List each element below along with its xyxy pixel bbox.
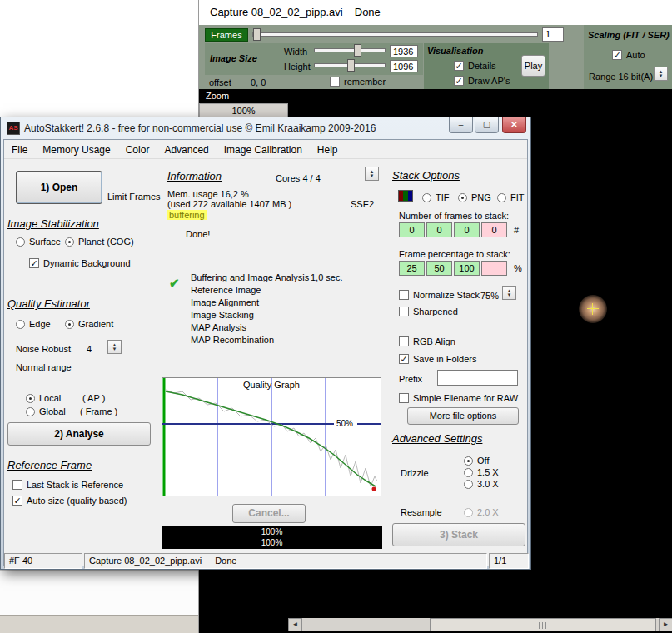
radio-local[interactable]: Local bbox=[26, 392, 61, 404]
radio-drizzle-30-dot[interactable] bbox=[464, 480, 473, 489]
scroll-right-icon[interactable]: ► bbox=[659, 618, 672, 631]
zoom-value-dropdown[interactable]: 100% bbox=[199, 103, 288, 117]
height-slider-thumb[interactable] bbox=[347, 59, 355, 72]
limit-frames-label: Limit Frames bbox=[107, 192, 161, 202]
radio-edge[interactable]: Edge bbox=[16, 318, 51, 330]
radio-surface[interactable]: Surface bbox=[16, 236, 61, 247]
simple-filename-checkbox[interactable]: Simple Filename for RAW bbox=[399, 392, 518, 404]
scaling-label: Scaling (FIT / SER) bbox=[588, 30, 670, 40]
radio-gradient[interactable]: Gradient bbox=[65, 318, 113, 330]
radio-local-dot[interactable] bbox=[26, 394, 35, 403]
scrollbar-thumb[interactable] bbox=[430, 618, 656, 631]
horizontal-scrollbar[interactable]: ◄ ► bbox=[288, 618, 672, 631]
normalize-spinner[interactable]: ▲▼ bbox=[502, 286, 516, 300]
save-folders-checkbox[interactable]: ✓Save in Folders bbox=[399, 353, 476, 365]
menu-memory-usage[interactable]: Memory Usage bbox=[35, 142, 117, 158]
play-button[interactable]: Play bbox=[521, 55, 545, 77]
dynamic-background-checkbox[interactable]: ✓Dynamic Background bbox=[29, 257, 131, 269]
radio-gradient-dot[interactable] bbox=[65, 320, 74, 329]
menu-help[interactable]: Help bbox=[310, 142, 346, 158]
draw-aps-checkbox-box[interactable]: ✓ bbox=[454, 76, 464, 86]
frames-slider-thumb[interactable] bbox=[253, 28, 261, 41]
title-bar[interactable]: AS AutoStakkert! 2.6.8 - free for non-co… bbox=[1, 117, 530, 139]
auto-checkbox[interactable]: ✓ Auto bbox=[612, 49, 645, 61]
radio-surface-dot[interactable] bbox=[16, 237, 25, 247]
details-checkbox-box[interactable]: ✓ bbox=[454, 61, 464, 71]
cores-spinner[interactable]: ▲▼ bbox=[365, 167, 379, 181]
pct-box-4[interactable] bbox=[481, 261, 507, 276]
auto-size-box[interactable]: ✓ bbox=[12, 496, 22, 506]
sharpened-box[interactable] bbox=[399, 307, 409, 316]
height-slider[interactable] bbox=[314, 59, 386, 72]
last-stack-checkbox[interactable]: Last Stack is Reference bbox=[12, 479, 123, 491]
details-checkbox[interactable]: ✓ Details bbox=[454, 60, 496, 72]
menu-color[interactable]: Color bbox=[118, 142, 157, 158]
radio-planet-dot[interactable] bbox=[65, 237, 74, 247]
radio-drizzle-15-dot[interactable] bbox=[464, 468, 473, 477]
width-slider[interactable] bbox=[314, 44, 386, 57]
radio-drizzle-off-dot[interactable] bbox=[464, 456, 473, 466]
radio-tif[interactable]: TIF bbox=[422, 192, 450, 203]
frames-box-3[interactable]: 0 bbox=[454, 222, 480, 237]
radio-global[interactable]: Global bbox=[26, 406, 66, 417]
analyse-button[interactable]: 2) Analyse bbox=[7, 422, 151, 446]
save-folders-box[interactable]: ✓ bbox=[399, 354, 409, 364]
radio-drizzle-15[interactable]: 1.5 X bbox=[464, 466, 499, 478]
scroll-left-icon[interactable]: ◄ bbox=[288, 618, 302, 631]
range-spinner[interactable]: ▲▼ bbox=[654, 67, 668, 81]
details-checkbox-label: Details bbox=[468, 61, 496, 71]
pct-box-2[interactable]: 50 bbox=[426, 261, 452, 276]
menu-advanced[interactable]: Advanced bbox=[157, 142, 216, 158]
radio-tif-dot[interactable] bbox=[422, 193, 431, 202]
close-button[interactable]: ✕ bbox=[502, 117, 526, 133]
auto-size-checkbox[interactable]: ✓Auto size (quality based) bbox=[12, 495, 127, 506]
capture-title: Capture 08_02_02_pipp.avi bbox=[210, 6, 343, 18]
color-mode-icon[interactable] bbox=[398, 190, 413, 202]
radio-png[interactable]: PNG bbox=[458, 192, 491, 203]
menu-image-calibration[interactable]: Image Calibration bbox=[217, 142, 310, 158]
menu-file[interactable]: File bbox=[4, 142, 35, 158]
frames-box-1[interactable]: 0 bbox=[399, 222, 425, 237]
radio-edge-dot[interactable] bbox=[16, 320, 25, 329]
open-button[interactable]: 1) Open bbox=[16, 171, 102, 204]
radio-png-dot[interactable] bbox=[458, 193, 467, 202]
width-slider-thumb[interactable] bbox=[354, 44, 361, 57]
frames-box-2[interactable]: 0 bbox=[426, 222, 452, 237]
radio-global-dot[interactable] bbox=[26, 407, 35, 416]
frames-slider[interactable] bbox=[252, 28, 538, 42]
remember-checkbox-box[interactable] bbox=[330, 77, 340, 87]
normalize-stack-box[interactable] bbox=[399, 290, 409, 300]
pct-box-3[interactable]: 100 bbox=[454, 261, 480, 276]
radio-drizzle-30[interactable]: 3.0 X bbox=[464, 478, 499, 490]
radio-fit-dot[interactable] bbox=[497, 193, 506, 202]
simple-filename-box[interactable] bbox=[399, 393, 409, 403]
rgb-align-box[interactable] bbox=[399, 336, 409, 346]
frames-box-4[interactable]: 0 bbox=[481, 222, 507, 237]
radio-drizzle-off[interactable]: Off bbox=[464, 455, 489, 466]
rgb-align-checkbox[interactable]: RGB Align bbox=[399, 336, 455, 347]
minimize-button[interactable]: – bbox=[449, 117, 473, 133]
frames-value-input[interactable]: 1 bbox=[542, 27, 564, 42]
normalize-stack-checkbox[interactable]: Normalize Stack bbox=[399, 289, 480, 301]
radio-resample-20[interactable]: 2.0 X bbox=[464, 506, 499, 518]
width-value[interactable]: 1936 bbox=[390, 45, 418, 57]
mem-usage-label: Mem. usage 16,2 % bbox=[167, 189, 249, 199]
prefix-input[interactable] bbox=[437, 370, 518, 386]
more-file-options-button[interactable]: More file options bbox=[407, 407, 519, 425]
sharpened-checkbox[interactable]: Sharpened bbox=[399, 306, 458, 317]
radio-fit[interactable]: FIT bbox=[497, 192, 525, 203]
cancel-button[interactable]: Cancel... bbox=[232, 504, 306, 523]
draw-aps-checkbox[interactable]: ✓ Draw AP's bbox=[454, 75, 510, 87]
maximize-button[interactable]: ▢ bbox=[475, 117, 499, 133]
pct-box-1[interactable]: 25 bbox=[399, 261, 425, 276]
auto-checkbox-box[interactable]: ✓ bbox=[612, 50, 622, 60]
remember-checkbox[interactable]: remember bbox=[330, 76, 386, 87]
radio-resample-20-dot[interactable] bbox=[464, 508, 473, 517]
last-stack-box[interactable] bbox=[12, 480, 22, 490]
radio-edge-label: Edge bbox=[29, 319, 51, 329]
dynamic-background-box[interactable]: ✓ bbox=[29, 258, 39, 268]
radio-planet[interactable]: Planet (COG) bbox=[65, 236, 134, 247]
stack-button[interactable]: 3) Stack bbox=[392, 523, 525, 546]
noise-robust-spinner[interactable]: ▲▼ bbox=[107, 340, 122, 354]
height-value[interactable]: 1096 bbox=[390, 60, 418, 72]
